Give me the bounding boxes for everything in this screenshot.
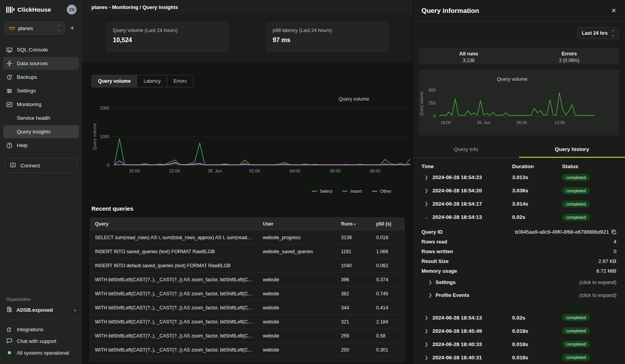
status-badge: completed [562,354,590,361]
time-range-select[interactable]: Last 24 hrs ⌃⌃ [577,27,619,39]
chevron-right-icon[interactable]: ❯ [421,342,432,347]
organization-name: ADSB.exposed [16,307,53,313]
table-row[interactable]: WITH bitShiftLeft(CAST(?..), _CAST(?..))… [90,286,404,300]
close-icon[interactable]: ✕ [611,7,616,14]
series-select [114,138,410,165]
table-row[interactable]: INSERT INTO saved_queries (text) FORMAT … [90,244,404,258]
stat-label: p99 latency (Last 24 hours) [273,28,382,33]
chart-tab[interactable]: Latency [137,75,167,87]
sidebar-item-chat-support[interactable]: Chat with support [6,336,76,346]
table-row[interactable]: WITH bitShiftLeft(CAST(?..), _CAST(?..))… [90,300,404,314]
recent-queries-table: Query User Runs▾ p50 (s) SELECT sum(read… [90,217,405,362]
col-header-p50[interactable]: p50 (s) [371,221,404,227]
svg-text:02:00: 02:00 [249,169,260,173]
add-service-button[interactable]: + [68,24,77,32]
sidebar-item-monitoring[interactable]: Monitoring [3,98,79,111]
status-badge: completed [562,174,590,181]
cell-p50: 1.066 [371,249,404,254]
toggle-label: All runs [418,51,519,57]
legend-item[interactable]: Other [372,189,391,194]
sidebar-item-label: SQL Console [17,47,48,53]
toggle-option[interactable]: All runs 3,138 [418,48,519,64]
table-row[interactable]: WITH bitShiftLeft(CAST(?..), _CAST(?..))… [90,328,404,343]
table-row[interactable]: WITH bitShiftLeft(CAST(?..), _CAST(?..))… [90,343,404,357]
detail-value: b0845aa9-a8c9-49f0-8f68-e678669bd921 [515,229,616,235]
svg-text:20:00: 20:00 [129,169,140,173]
svg-text:28. Jun: 28. Jun [477,120,491,125]
table-row[interactable]: INSERT INTO default.saved_queries (text)… [90,258,404,272]
app-window: ClickHouse ZN aws planes ⌃⌃ + SQL Consol… [0,0,625,364]
table-row[interactable]: WITH bitShiftLeft(CAST(?..), _CAST(?..))… [90,272,404,286]
chevron-right-icon[interactable]: ❯ [421,175,432,180]
history-row[interactable]: ❯ 2024-06-28 18:54:17 3.014s completed [421,197,616,211]
chevron-right-icon[interactable]: ❯ [421,328,432,334]
stat-label: Query volume (Last 24 hours) [113,28,222,33]
detail-value: (click to expand) [579,279,616,285]
history-row[interactable]: ❯ 2024-06-28 18:54:23 3.013s completed [421,171,616,184]
connect-label: Connect [20,163,40,169]
sidebar-header: ClickHouse ZN [0,0,82,18]
sidebar-item-service-health[interactable]: Service health [3,112,79,124]
sidebar-item-integrations[interactable]: Integrations [6,324,76,334]
chevron-right-icon[interactable]: ❯ [421,355,432,360]
chevron-right-icon[interactable]: ❯ [421,188,432,193]
sidebar-item-backups[interactable]: Backups [3,71,79,83]
detail-value: 6.72 MiB [596,268,616,274]
chart-tab[interactable]: Errors [167,75,193,87]
history-row[interactable]: ❯ 2024-06-28 18:54:20 3.036s completed [421,184,616,197]
history-row[interactable]: ❯ 2024-06-28 18:54:13 0.02s completed [421,311,616,324]
sidebar-item-help[interactable]: Help [3,139,79,152]
cell-p50: 2.184 [371,319,404,325]
svg-text:28. Jun: 28. Jun [208,169,222,173]
organization-item[interactable]: ADSB.exposed › [0,305,82,319]
history-time: 2024-06-28 18:54:17 [432,201,512,207]
toggle-option[interactable]: Errors 2 (0.06%) [519,48,620,64]
connect-button[interactable]: Connect [5,158,77,173]
history-rows: ❯ 2024-06-28 18:54:23 3.013s completed ❯… [421,171,616,224]
sidebar-item-settings[interactable]: Settings [3,84,79,97]
legend-label: Insert [350,189,362,194]
svg-text:12:00: 12:00 [555,120,565,125]
history-row[interactable]: ❯ 2024-06-28 18:45:49 0.018s completed [421,324,616,337]
history-row[interactable]: ❯ 2024-06-28 18:40:31 0.018s completed [421,351,616,364]
col-header-user[interactable]: User [258,221,336,227]
svg-text:08:00: 08:00 [370,169,380,173]
cell-user: website_saved_queries [258,249,336,254]
history-time: 2024-06-28 18:54:20 [432,188,512,194]
svg-text:250: 250 [429,101,436,105]
table-row[interactable]: SELECT sum(read_rows) AS r, sum(total_ro… [90,230,404,244]
breadcrumb: planes - Monitoring / Query insights [82,0,412,14]
service-selector[interactable]: aws planes ⌃⌃ [5,21,65,35]
table-row[interactable]: WITH bitShiftLeft(CAST(?..), _CAST(?..))… [90,314,404,328]
col-header-query[interactable]: Query [90,221,258,227]
terminal-icon [6,47,12,53]
chevron-right-icon[interactable]: ❯ [421,315,432,320]
legend-item[interactable]: Insert [342,189,362,194]
chart-tabbar: Query volume Latency Errors [91,75,193,87]
chevron-right-icon[interactable]: ❯ [421,201,432,206]
panel-tabbar: Query info Query history [413,142,625,158]
col-header-runs[interactable]: Runs▾ [336,221,371,227]
sidebar-item-data-sources[interactable]: Data sources [3,57,79,70]
cell-query: WITH bitShiftLeft(CAST(?..), _CAST(?..))… [90,347,258,353]
chevron-down-icon[interactable]: ⌄ [421,215,432,220]
panel-tab[interactable]: Query info [413,142,519,158]
cell-p50: 0.018 [371,235,404,240]
legend-item[interactable]: Select [312,189,332,194]
panel-tab[interactable]: Query history [519,142,625,158]
copy-icon[interactable] [611,229,616,234]
system-status[interactable]: All systems operational [6,348,76,358]
sidebar-item-label: Service health [17,115,50,121]
detail-row: Rows written 0 [421,247,616,256]
cell-query: INSERT INTO saved_queries (text) FORMAT … [90,249,258,254]
avatar[interactable]: ZN [67,5,77,14]
history-row[interactable]: ❯ 2024-06-28 18:40:33 0.018s completed [421,337,616,351]
sidebar-item-label: Backups [17,74,37,80]
sidebar-item-label: Settings [17,88,36,94]
sidebar-item-query-insights[interactable]: Query insights [3,125,79,138]
sidebar-item-sql-console[interactable]: SQL Console [3,43,79,56]
history-row[interactable]: ⌄ 2024-06-28 18:54:13 0.02s completed [421,211,616,224]
mini-chart-title: Query volume [497,76,527,82]
chart-tab[interactable]: Query volume [92,75,137,87]
cell-p50: 0.58 [371,333,404,339]
